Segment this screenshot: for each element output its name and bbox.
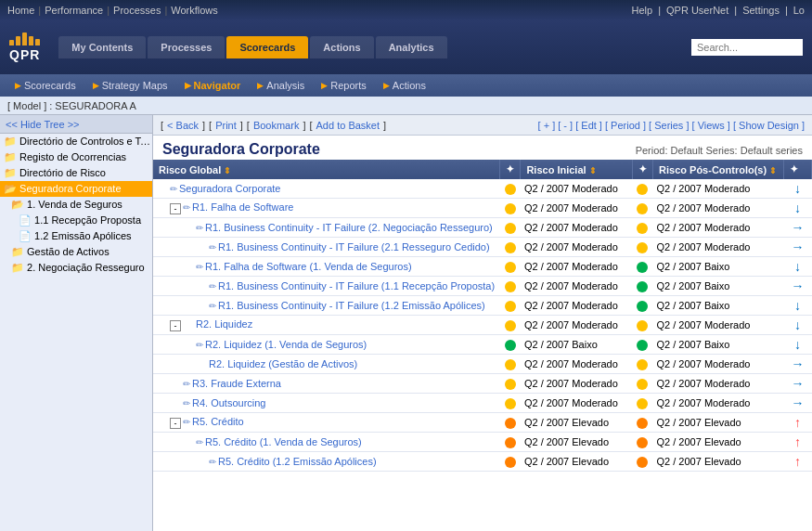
expand-button[interactable]: - [170,203,181,214]
breadcrumb-add-basket[interactable]: Add to Basket [316,120,380,131]
edit-icon[interactable]: ✏ [196,437,203,447]
cell-name: ✏R1. Business Continuity - IT Failure (1… [153,296,500,316]
cell-dot1 [500,394,521,413]
pin-icon-2: ✦ [638,163,647,175]
edit-icon[interactable]: ✏ [183,417,190,427]
topbar-lo[interactable]: Lo [793,5,805,16]
breadcrumb-print[interactable]: Print [215,120,237,131]
row-name-label[interactable]: R5. Crédito (1.2 Emissão Apólices) [218,456,377,467]
subnav-strategy-maps[interactable]: ▶ Strategy Maps [85,78,175,93]
tree-item-emissao[interactable]: 📄 1.2 Emissão Apólices [0,228,152,244]
hide-tree-button[interactable]: << Hide Tree >> [0,115,152,134]
row-name-label[interactable]: R1. Falha de Software [192,201,293,213]
tree-item-recepcao[interactable]: 📄 1.1 Recepção Proposta [0,213,152,228]
edit-icon[interactable]: ✏ [209,301,216,311]
edit-icon[interactable]: ✏ [196,340,203,350]
edit-icon[interactable]: ✏ [170,184,177,194]
row-name-label[interactable]: R1. Business Continuity - IT Failure (1.… [218,280,495,291]
topbar-help[interactable]: Help [632,5,653,16]
tree-item-registo[interactable]: 📁 Registo de Ocorrencias [0,149,152,165]
tree-item-venda-seguros[interactable]: 📂 1. Venda de Seguros [0,197,152,213]
cell-dot2 [632,413,652,433]
row-name-label[interactable]: R5. Crédito [192,416,244,427]
subnav-reports[interactable]: ▶ Reports [314,78,374,93]
main-tabs: My Contents Processes Scorecards Actions… [58,36,691,58]
breadcrumb-back[interactable]: < Back [167,120,199,131]
edit-icon[interactable]: ✏ [183,202,190,213]
topbar-settings[interactable]: Settings [742,5,780,16]
tree-item-negociacao[interactable]: 📁 2. Negociação Resseguro [0,260,152,276]
topbar-processes[interactable]: Processes [113,5,161,16]
topbar-home[interactable]: Home [7,5,34,16]
row-name-label[interactable]: R3. Fraude Externa [192,378,281,389]
risco-controlo-value: Q2 / 2007 Elevado [657,417,741,428]
breadcrumb-bookmark[interactable]: Bookmark [253,120,300,131]
risco-controlo-value: Q2 / 2007 Baixo [657,261,730,272]
edit-icon[interactable]: ✏ [209,281,216,291]
expand-button[interactable]: - [170,320,181,331]
edit-icon[interactable]: ✏ [196,262,203,272]
tab-my-contents[interactable]: My Contents [58,36,146,58]
topbar-performance[interactable]: Performance [45,5,103,16]
cell-dot2 [632,374,652,394]
row-name-label[interactable]: Seguradora Corporate [179,183,280,194]
cell-dot1 [500,316,521,335]
tab-processes[interactable]: Processes [148,36,225,58]
table-row: ✏R1. Business Continuity - IT Failure (1… [153,277,812,296]
tab-scorecards[interactable]: Scorecards [226,36,308,58]
risco-controlo-value: Q2 / 2007 Moderado [657,222,751,233]
status-dot-2 [637,437,648,448]
risco-inicial-value: Q2 / 2007 Elevado [524,456,609,467]
tree-item-seguradora[interactable]: 📂 Seguradora Corporate [0,181,152,197]
row-name-label[interactable]: R1. Falha de Software (1. Venda de Segur… [205,261,412,272]
th-risco-global[interactable]: Risco Global ⇕ [153,160,500,179]
subnav-analysis[interactable]: ▶ Analysis [250,78,312,93]
subnav-navigator[interactable]: ▶ Navigator [177,78,249,93]
cell-name: ✏Seguradora Corporate [153,179,500,199]
cell-val1: Q2 / 2007 Moderado [521,257,633,277]
tree-item-gestao[interactable]: 📁 Gestão de Activos [0,244,152,260]
cell-val1: Q2 / 2007 Moderado [521,199,633,218]
edit-icon[interactable]: ✏ [183,379,190,389]
breadcrumb-actions[interactable]: [ + ] [ - ] [ Edt ] [ Period ] [ Series … [538,120,805,131]
cell-val1: Q2 / 2007 Moderado [521,355,633,374]
cell-dot1 [500,355,521,374]
cell-arrow: → [783,238,811,257]
search-input[interactable] [691,39,803,56]
topbar-usernet[interactable]: QPR UserNet [666,5,728,16]
row-name-label[interactable]: R5. Crédito (1. Venda de Seguros) [205,436,362,447]
cell-dot1 [500,257,521,277]
risco-inicial-value: Q2 / 2007 Moderado [524,378,618,389]
row-name-label[interactable]: R2. Liquidez (1. Venda de Seguros) [205,339,367,350]
tab-analytics[interactable]: Analytics [376,36,447,58]
edit-icon[interactable]: ✏ [183,398,190,408]
row-name-label[interactable]: R1. Business Continuity - IT Failure (2.… [205,222,493,233]
tree-item-directorio-risco[interactable]: 📁 Directório de Risco [0,165,152,181]
row-name-label[interactable]: R1. Business Continuity - IT Failure (2.… [218,241,490,253]
expand-button[interactable]: - [170,418,181,429]
status-dot-1 [505,301,516,312]
row-name-label[interactable]: R2. Liquidez (Gestão de Activos) [209,358,357,369]
header: QPR My Contents Processes Scorecards Act… [0,20,812,74]
risco-inicial-value: Q2 / 2007 Moderado [524,300,618,311]
edit-icon[interactable]: ✏ [209,457,216,467]
cell-arrow: → [783,218,811,238]
risco-controlo-value: Q2 / 2007 Baixo [657,300,730,311]
tree-item-directorios[interactable]: 📁 Directório de Controlos e Test... [0,134,152,149]
cell-val2: Q2 / 2007 Baixo [653,277,784,296]
tab-actions[interactable]: Actions [310,36,373,58]
topbar-workflows[interactable]: Workflows [171,5,218,16]
row-name-label[interactable]: R1. Business Continuity - IT Failure (1.… [218,300,485,311]
cell-name: ✏R4. Outsourcing [153,394,500,413]
subnav-actions[interactable]: ▶ Actions [376,78,433,93]
edit-icon[interactable]: ✏ [209,242,216,253]
cell-val2: Q2 / 2007 Moderado [653,238,784,257]
row-name-label[interactable]: R2. Liquidez [196,318,252,330]
subnav-scorecards[interactable]: ▶ Scorecards [7,78,84,93]
row-name-label[interactable]: R4. Outsourcing [192,397,265,408]
status-dot-1 [505,262,516,273]
status-dot-1 [505,359,516,370]
th-risco-controlo[interactable]: Risco Pós-Controlo(s) ⇕ [653,160,784,179]
edit-icon[interactable]: ✏ [196,223,203,233]
th-risco-inicial[interactable]: Risco Inicial ⇕ [521,160,633,179]
